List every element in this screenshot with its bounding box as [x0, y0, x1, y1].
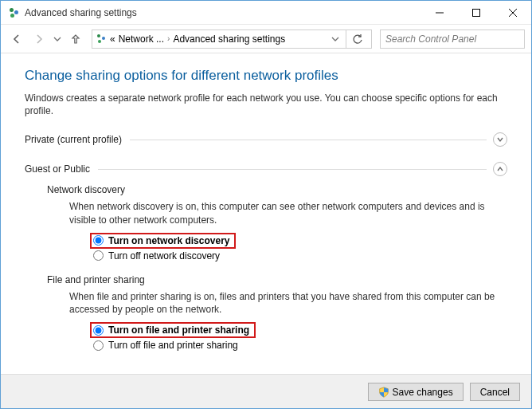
page-heading: Change sharing options for different net…	[25, 68, 507, 84]
close-button[interactable]	[495, 1, 531, 25]
network-discovery-desc: When network discovery is on, this compu…	[69, 200, 507, 226]
file-printer-on-label[interactable]: Turn on file and printer sharing	[108, 324, 249, 336]
forward-button[interactable]	[29, 29, 49, 49]
network-discovery-title: Network discovery	[47, 184, 507, 195]
address-icon	[96, 33, 107, 45]
section-guest-header[interactable]: Guest or Public	[25, 159, 507, 179]
history-dropdown[interactable]	[52, 29, 63, 49]
network-discovery-on-label[interactable]: Turn on network discovery	[108, 235, 229, 246]
network-discovery-off-label[interactable]: Turn off network discovery	[108, 250, 220, 262]
file-printer-desc: When file and printer sharing is on, fil…	[69, 290, 507, 316]
page-intro: Windows creates a separate network profi…	[25, 92, 507, 117]
shield-icon	[378, 387, 389, 398]
title-bar-left: Advanced sharing settings	[1, 6, 137, 19]
network-icon	[7, 6, 20, 19]
window-controls	[421, 1, 531, 25]
search-box[interactable]	[380, 29, 525, 49]
chevron-up-icon[interactable]	[493, 162, 507, 176]
footer: Save changes Cancel	[1, 374, 531, 409]
file-printer-off-label[interactable]: Turn off file and printer sharing	[108, 340, 238, 351]
minimize-button[interactable]	[421, 1, 458, 25]
window-title: Advanced sharing settings	[25, 7, 137, 18]
chevron-down-icon[interactable]	[493, 132, 507, 147]
address-bar[interactable]: « Network ... › Advanced sharing setting…	[92, 29, 372, 49]
breadcrumb-sep-icon: ›	[167, 34, 170, 43]
address-dropdown-icon[interactable]	[331, 35, 339, 43]
section-guest-title: Guest or Public	[25, 163, 90, 175]
network-discovery-off-row: Turn off network discovery	[93, 249, 507, 263]
content-area: Change sharing options for different net…	[1, 53, 531, 374]
file-printer-off-radio[interactable]	[93, 340, 104, 351]
back-button[interactable]	[7, 29, 26, 49]
section-private: Private (current profile)	[25, 128, 507, 150]
save-changes-label: Save changes	[393, 387, 453, 398]
save-changes-button[interactable]: Save changes	[368, 383, 464, 401]
refresh-button[interactable]	[346, 29, 368, 49]
section-guest: Guest or Public Network discovery When n…	[25, 158, 507, 352]
title-bar: Advanced sharing settings	[1, 1, 531, 25]
svg-rect-1	[473, 9, 480, 16]
maximize-button[interactable]	[458, 1, 495, 25]
divider	[98, 169, 487, 170]
up-button[interactable]	[66, 29, 85, 49]
breadcrumb-part2[interactable]: Advanced sharing settings	[173, 33, 285, 45]
network-discovery-on-radio[interactable]	[93, 235, 104, 246]
network-discovery-off-radio[interactable]	[93, 250, 104, 261]
divider	[130, 140, 487, 140]
cancel-label: Cancel	[480, 387, 510, 398]
section-private-title: Private (current profile)	[25, 134, 122, 145]
search-input[interactable]	[385, 33, 519, 45]
toolbar: « Network ... › Advanced sharing setting…	[1, 25, 531, 53]
network-discovery-on-highlight: Turn on network discovery	[90, 233, 236, 249]
file-printer-on-radio[interactable]	[93, 325, 104, 336]
file-printer-title: File and printer sharing	[47, 274, 507, 285]
section-private-header[interactable]: Private (current profile)	[25, 129, 507, 150]
cancel-button[interactable]: Cancel	[470, 383, 520, 401]
file-printer-off-row: Turn off file and printer sharing	[93, 338, 507, 352]
file-printer-on-highlight: Turn on file and printer sharing	[90, 322, 256, 338]
breadcrumb-part1[interactable]: Network ...	[119, 33, 164, 45]
breadcrumb-prefix[interactable]: «	[110, 33, 115, 45]
